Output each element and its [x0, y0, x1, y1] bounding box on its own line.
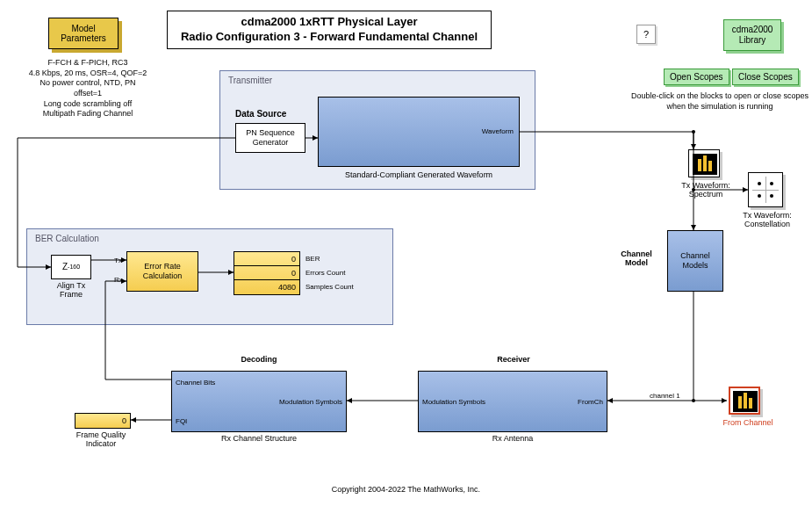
fqi-label: Frame Quality Indicator: [61, 430, 140, 448]
decoding-channel-bits-port: Channel Bits: [176, 379, 215, 387]
ber-display-ber: 0: [234, 252, 299, 266]
model-title: cdma2000 1xRTT Physical Layer Radio Conf…: [167, 11, 492, 49]
cdma2000-library-button[interactable]: cdma2000 Library: [723, 19, 781, 51]
title-line1: cdma2000 1xRTT Physical Layer: [176, 15, 482, 30]
svg-point-8: [692, 399, 695, 402]
channel-1-port: channel 1: [650, 392, 680, 400]
model-parameters-label: Model Parameters: [53, 24, 114, 43]
erc-rx-port: Rx: [114, 276, 123, 284]
decoding-mod-symbols-port: Modulation Symbols: [279, 398, 342, 407]
copyright-text: Copyright 2004-2022 The MathWorks, Inc.: [0, 485, 812, 494]
data-source-title: Data Source: [235, 109, 286, 119]
decoding-block[interactable]: Channel Bits Modulation Symbols FQI: [171, 371, 347, 432]
tx-constellation-label: Tx Waveform: Constellation: [732, 211, 802, 228]
ber-display-samples: 4080: [234, 280, 299, 294]
erc-tx-port: Tx: [114, 257, 122, 264]
model-parameters-text: F-FCH & F-PICH, RC3 4.8 Kbps, 20 ms, OSR…: [26, 58, 149, 119]
receiver-fromch-port: FromCh: [578, 398, 603, 407]
tx-constellation-scope[interactable]: [748, 172, 783, 207]
pn-sequence-generator-block[interactable]: PN Sequence Generator: [235, 123, 305, 153]
align-tx-frame-block[interactable]: Z-160: [51, 255, 91, 279]
tx-spectrum-label: Tx Waveform: Spectrum: [671, 181, 741, 199]
from-channel-label: From Channel: [713, 418, 783, 427]
receiver-title: Receiver: [430, 355, 597, 364]
open-scopes-button[interactable]: Open Scopes: [664, 69, 729, 85]
title-line2: Radio Configuration 3 - Forward Fundamen…: [176, 30, 482, 45]
ber-label-ber: BER: [305, 255, 320, 263]
ber-label-samples: Samples Count: [305, 283, 354, 291]
channel-models-block[interactable]: Channel Models: [667, 230, 723, 292]
error-rate-calculation-block[interactable]: Error Rate Calculation: [126, 251, 198, 292]
from-channel-scope[interactable]: [729, 387, 760, 415]
receiver-mod-symbols-port: Modulation Symbols: [422, 398, 485, 407]
decoding-fqi-port: FQI: [176, 417, 187, 426]
svg-point-2: [692, 130, 695, 134]
tx-spectrum-scope[interactable]: [688, 149, 720, 177]
fqi-value: 0: [75, 414, 130, 428]
model-parameters-block[interactable]: Model Parameters: [48, 18, 119, 49]
waveform-port: Waveform: [482, 127, 514, 136]
ber-display-block[interactable]: 0 0 4080: [234, 251, 300, 295]
ber-display-errors: 0: [234, 266, 299, 280]
decoding-block-label: Rx Channel Structure: [171, 434, 347, 443]
ber-title: BER Calculation: [35, 234, 99, 243]
waveform-block-label: Standard-Compliant Generated Waveform: [318, 170, 520, 179]
ber-label-errors: Errors Count: [305, 269, 345, 277]
transmitter-title: Transmitter: [228, 76, 272, 85]
align-tx-frame-label: Align Tx Frame: [44, 281, 98, 299]
fqi-display-block[interactable]: 0: [75, 413, 131, 429]
close-scopes-button[interactable]: Close Scopes: [732, 69, 799, 85]
scopes-hint: Double-click on the blocks to open or cl…: [623, 91, 812, 112]
receiver-block-label: Rx Antenna: [418, 434, 607, 443]
receiver-block[interactable]: Modulation Symbols FromCh: [418, 371, 607, 432]
waveform-block[interactable]: Waveform: [318, 97, 520, 167]
channel-model-title: Channel Model: [614, 249, 658, 267]
decoding-title: Decoding: [184, 355, 334, 364]
help-button[interactable]: ?: [636, 25, 656, 44]
